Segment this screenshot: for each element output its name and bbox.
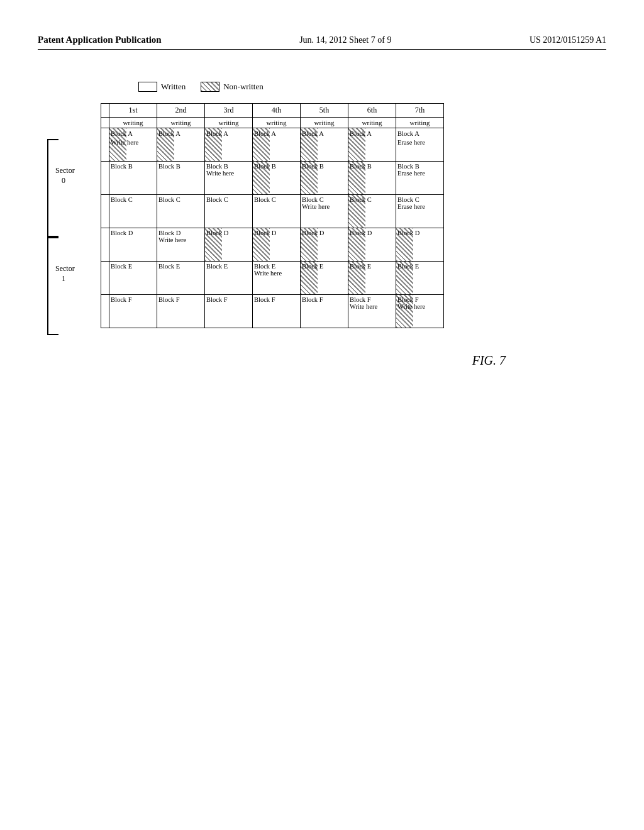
cell-a-3: Block A bbox=[205, 128, 253, 162]
cell-a-1: Block AWrite here bbox=[109, 128, 157, 162]
legend-written-label: Written bbox=[161, 82, 186, 92]
cell-text-b-3: Block BWrite here bbox=[206, 163, 251, 177]
cell-text-c-4: Block C bbox=[254, 196, 299, 203]
cell-text-f-6: Block FWrite here bbox=[350, 296, 394, 310]
row-sector-a bbox=[101, 128, 109, 162]
table-row: Block B Block B Block BWrite here bbox=[101, 162, 444, 195]
row-sector-e bbox=[101, 262, 109, 295]
cell-text-b-4: Block B bbox=[254, 163, 299, 170]
cell-e-7: Block E bbox=[396, 262, 444, 295]
cell-text-f-7: Block FWrite here bbox=[397, 296, 442, 310]
cell-text-c-5: Block CWrite here bbox=[302, 196, 347, 210]
cell-text-a-3: Block A bbox=[206, 130, 251, 138]
sector-1-bracket bbox=[47, 237, 58, 335]
cell-a-2: Block A bbox=[157, 128, 205, 162]
table-row: Block E Block E Block E Block EWrite her… bbox=[101, 262, 444, 295]
table-row: Block D Block DWrite here Block D bbox=[101, 228, 444, 262]
cell-f-7: Block FWrite here bbox=[396, 295, 444, 328]
cell-c-5: Block CWrite here bbox=[301, 195, 348, 228]
cell-b-1: Block B bbox=[109, 162, 157, 195]
col-header-3rd: 3rd bbox=[205, 104, 253, 118]
cell-text-e-6: Block E bbox=[350, 263, 394, 270]
sector-0-num: 0 bbox=[62, 176, 65, 185]
cell-a-5: Block A bbox=[301, 128, 348, 162]
header-meta: Jun. 14, 2012 Sheet 7 of 9 bbox=[299, 35, 391, 45]
cell-text-d-5: Block D bbox=[302, 230, 347, 236]
cell-text-b-6: Block B bbox=[350, 163, 394, 170]
cell-text-e-3: Block E bbox=[206, 263, 251, 270]
legend-nonwritten-label: Non-written bbox=[223, 82, 264, 92]
legend-written-box bbox=[138, 82, 157, 92]
cell-text-c-6: Block C bbox=[350, 196, 394, 203]
cell-text-a-1: Block AWrite here bbox=[111, 130, 155, 147]
row-sector-b bbox=[101, 162, 109, 195]
header-title: Patent Application Publication bbox=[38, 35, 162, 45]
cell-e-1: Block E bbox=[109, 262, 157, 295]
cell-c-1: Block C bbox=[109, 195, 157, 228]
cell-a-4: Block A bbox=[253, 128, 301, 162]
cell-text-d-3: Block D bbox=[206, 230, 251, 236]
cell-text-a-2: Block A bbox=[158, 130, 203, 138]
cell-a-6: Block A bbox=[348, 128, 396, 162]
cell-f-2: Block F bbox=[157, 295, 205, 328]
main-table: 1st 2nd 3rd 4th 5th 6th 7th writing writ… bbox=[101, 103, 444, 328]
cell-f-5: Block F bbox=[301, 295, 348, 328]
sector-1-label: Sector bbox=[55, 264, 75, 274]
cell-text-b-2: Block B bbox=[158, 163, 203, 170]
subheader-5: writing bbox=[301, 118, 348, 128]
cell-e-6: Block E bbox=[348, 262, 396, 295]
cell-text-d-4: Block D bbox=[254, 230, 299, 236]
sector-0-bracket bbox=[47, 139, 58, 237]
cell-b-4: Block B bbox=[253, 162, 301, 195]
cell-text-e-4: Block EWrite here bbox=[254, 263, 299, 277]
sector-1-num: 1 bbox=[62, 274, 65, 284]
cell-e-3: Block E bbox=[205, 262, 253, 295]
col-header-4th: 4th bbox=[253, 104, 301, 118]
row-sector-f bbox=[101, 295, 109, 328]
cell-e-2: Block E bbox=[157, 262, 205, 295]
cell-c-7: Block CErase here bbox=[396, 195, 444, 228]
subheader-1: writing bbox=[109, 118, 157, 128]
legend-nonwritten-box bbox=[201, 82, 219, 92]
col-header-empty bbox=[101, 104, 109, 118]
cell-text-c-7: Block CErase here bbox=[397, 196, 442, 210]
col-header-6th: 6th bbox=[348, 104, 396, 118]
cell-f-4: Block F bbox=[253, 295, 301, 328]
cell-e-4: Block EWrite here bbox=[253, 262, 301, 295]
header-patent: US 2012/0151259 A1 bbox=[530, 35, 606, 45]
cell-f-6: Block FWrite here bbox=[348, 295, 396, 328]
cell-c-2: Block C bbox=[157, 195, 205, 228]
cell-b-5: Block B bbox=[301, 162, 348, 195]
cell-d-2: Block DWrite here bbox=[157, 228, 205, 262]
cell-e-5: Block E bbox=[301, 262, 348, 295]
cell-c-4: Block C bbox=[253, 195, 301, 228]
cell-a-7w: Block AErase here bbox=[396, 128, 444, 162]
cell-text-c-2: Block C bbox=[158, 196, 203, 203]
cell-d-7: Block D bbox=[396, 228, 444, 262]
cell-text-a-5: Block A bbox=[302, 130, 347, 138]
cell-b-7: Block BErase here bbox=[396, 162, 444, 195]
cell-f-1: Block F bbox=[109, 295, 157, 328]
header: Patent Application Publication Jun. 14, … bbox=[38, 35, 606, 50]
cell-text-b-7: Block BErase here bbox=[397, 163, 442, 177]
cell-text-f-1: Block F bbox=[111, 296, 155, 303]
cell-b-6: Block B bbox=[348, 162, 396, 195]
sector-0-label: Sector bbox=[55, 166, 75, 175]
cell-text-f-3: Block F bbox=[206, 296, 251, 303]
cell-text-a-7w: Block AErase here bbox=[397, 130, 442, 147]
cell-b-2: Block B bbox=[157, 162, 205, 195]
subheader-empty bbox=[101, 118, 109, 128]
cell-text-b-5: Block B bbox=[302, 163, 347, 170]
cell-text-e-7: Block E bbox=[397, 263, 442, 270]
cell-text-f-2: Block F bbox=[158, 296, 203, 303]
cell-text-e-1: Block E bbox=[111, 263, 155, 270]
cell-text-d-7: Block D bbox=[397, 230, 442, 236]
cell-text-e-2: Block E bbox=[158, 263, 203, 270]
cell-d-4: Block D bbox=[253, 228, 301, 262]
cell-text-f-5: Block F bbox=[302, 296, 347, 303]
col-header-1st: 1st bbox=[109, 104, 157, 118]
page: Patent Application Publication Jun. 14, … bbox=[0, 0, 644, 830]
legend-nonwritten: Non-written bbox=[201, 82, 264, 92]
cell-text-a-6: Block A bbox=[350, 130, 394, 138]
cell-c-3: Block C bbox=[205, 195, 253, 228]
